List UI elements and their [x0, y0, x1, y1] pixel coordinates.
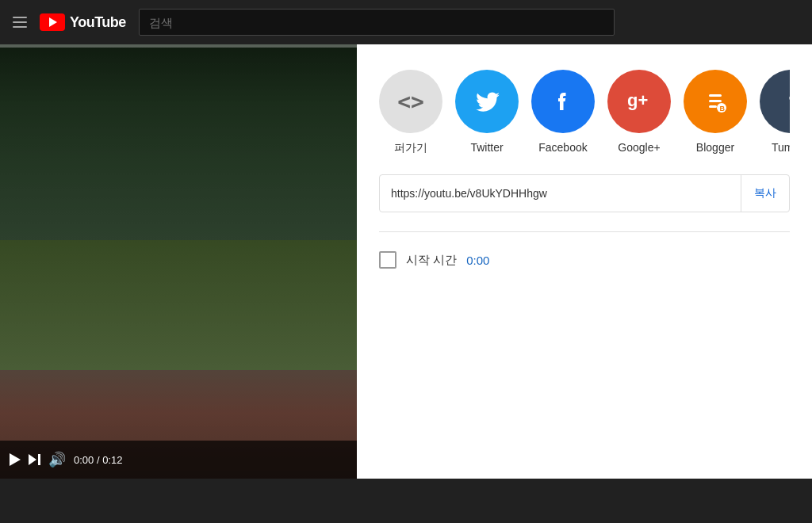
tumblr-circle — [760, 70, 790, 133]
share-icons-row: <> 퍼가기 Twitter Fa — [379, 70, 790, 155]
share-facebook[interactable]: Facebook — [531, 70, 595, 154]
time-display: 0:00 / 0:12 — [74, 454, 122, 466]
blogger-circle: B — [684, 70, 747, 133]
facebook-circle — [531, 70, 595, 133]
url-row: 복사 — [379, 174, 790, 212]
googleplus-icon: g+ — [622, 84, 657, 119]
svg-rect-6 — [709, 105, 717, 108]
googleplus-label: Google+ — [618, 141, 660, 154]
blogger-icon: B — [698, 84, 733, 119]
svg-rect-4 — [709, 94, 722, 97]
facebook-label: Facebook — [538, 141, 587, 154]
main-content: 帅Navi? 나나! 🔊 0:00 / 0:12 HD — [0, 44, 812, 523]
skip-icon — [29, 454, 40, 465]
twitter-circle — [455, 70, 519, 133]
start-time-value: 0:00 — [466, 254, 489, 267]
skip-button[interactable] — [29, 454, 40, 465]
yt-icon — [40, 13, 65, 31]
youtube-logo[interactable]: YouTube — [40, 13, 126, 31]
blogger-label: Blogger — [696, 141, 734, 154]
start-time-checkbox[interactable] — [379, 251, 396, 269]
svg-text:B: B — [720, 105, 726, 113]
svg-rect-5 — [709, 100, 722, 102]
googleplus-circle: g+ — [607, 70, 671, 133]
divider — [379, 231, 790, 232]
search-input[interactable] — [149, 16, 604, 29]
share-tumblr[interactable]: Tumbl... — [760, 70, 790, 154]
start-time-label: 시작 시간 — [406, 253, 457, 268]
share-googleplus[interactable]: g+ Google+ — [607, 70, 671, 154]
start-time-row: 시작 시간 0:00 — [379, 251, 790, 269]
tumblr-label: Tumbl... — [772, 141, 790, 154]
facebook-icon — [546, 84, 580, 119]
yt-play-triangle — [49, 17, 57, 27]
twitter-icon — [469, 84, 504, 119]
embed-icon: <> — [397, 89, 424, 115]
copy-button[interactable]: 복사 — [741, 175, 789, 212]
tumblr-icon — [774, 84, 790, 119]
svg-text:g+: g+ — [627, 90, 648, 110]
volume-button[interactable]: 🔊 — [48, 451, 66, 468]
search-bar[interactable] — [139, 9, 615, 36]
header: YouTube — [0, 0, 812, 44]
yt-logo-text: YouTube — [70, 14, 126, 31]
url-input[interactable] — [380, 187, 741, 200]
twitter-label: Twitter — [470, 141, 503, 154]
embed-label: 퍼가기 — [394, 141, 427, 155]
hamburger-menu[interactable] — [13, 17, 27, 28]
share-dialog: <> 퍼가기 Twitter Fa — [357, 44, 812, 479]
volume-icon: 🔊 — [48, 451, 66, 468]
embed-circle: <> — [379, 70, 442, 133]
play-button[interactable] — [10, 453, 21, 466]
share-blogger[interactable]: B Blogger — [684, 70, 747, 154]
share-embed[interactable]: <> 퍼가기 — [379, 70, 442, 155]
play-icon — [10, 453, 21, 466]
share-twitter[interactable]: Twitter — [455, 70, 519, 154]
